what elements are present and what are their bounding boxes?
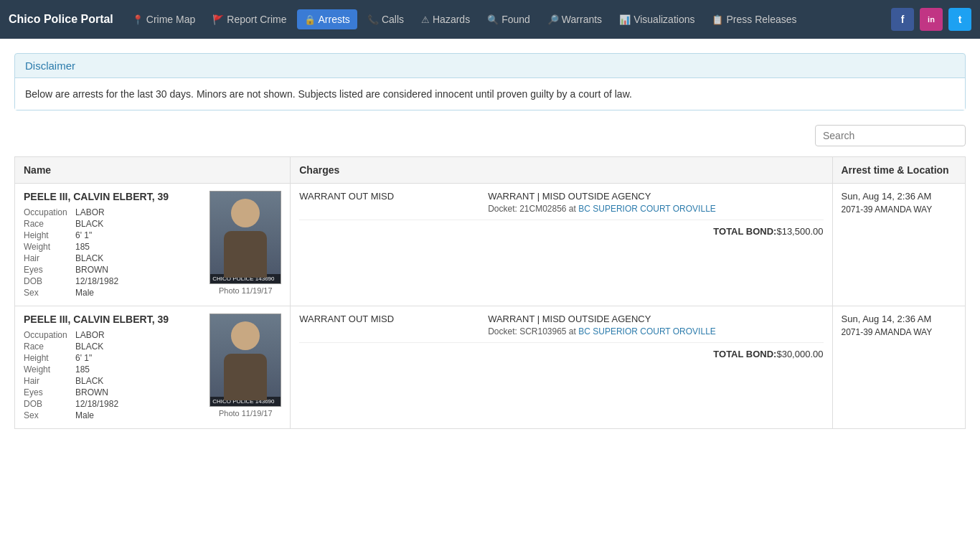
charges-cell: WARRANT OUT MISD WARRANT | MISD OUTSIDE … <box>291 306 832 429</box>
nav-warrants[interactable]: 🔎 Warrants <box>540 9 609 29</box>
weight-value: 185 <box>75 364 123 375</box>
table-row: PEELE III, CALVIN ELBERT, 39 OccupationL… <box>15 306 966 429</box>
height-value: 6' 1" <box>75 230 123 241</box>
hair-value: BLACK <box>75 375 123 387</box>
person-name: PEELE III, CALVIN ELBERT, 39 <box>24 314 202 325</box>
sex-label: Sex <box>24 410 75 421</box>
disclaimer-section: Disclaimer Below are arrests for the las… <box>14 53 966 110</box>
weight-label: Weight <box>24 364 75 375</box>
race-value: BLACK <box>75 341 123 352</box>
arrest-time: Sun, Aug 14, 2:36 AM <box>842 191 957 202</box>
dob-label: DOB <box>24 276 75 287</box>
dob-value: 12/18/1982 <box>75 276 123 287</box>
arrest-info: Sun, Aug 14, 2:36 AM 2071-39 AMANDA WAY <box>842 314 957 337</box>
charges-content: WARRANT OUT MISD WARRANT | MISD OUTSIDE … <box>299 314 823 359</box>
sex-value: Male <box>75 287 123 298</box>
eyes-value: BROWN <box>75 387 123 398</box>
eyes-value: BROWN <box>75 264 123 276</box>
nav-calls[interactable]: 📞 Calls <box>360 9 411 29</box>
hair-value: BLACK <box>75 253 123 264</box>
race-label: Race <box>24 218 75 230</box>
lock-icon: 🔒 <box>304 14 316 25</box>
court-link[interactable]: BC SUPERIOR COURT OROVILLE <box>578 326 716 336</box>
nav-hazards[interactable]: ⚠ Hazards <box>414 9 477 29</box>
charge-title: WARRANT | MISD OUTSIDE AGENCY <box>488 191 823 202</box>
nav-press-releases[interactable]: 📋 Press Releases <box>705 9 804 29</box>
col-header-name: Name <box>15 157 291 184</box>
race-value: BLACK <box>75 218 123 230</box>
disclaimer-header: Disclaimer <box>15 54 965 78</box>
occupation-label: Occupation <box>24 329 75 341</box>
total-bond-label: TOTAL BOND: <box>713 349 776 359</box>
name-cell: PEELE III, CALVIN ELBERT, 39 OccupationL… <box>15 184 291 306</box>
arrest-location: 2071-39 AMANDA WAY <box>842 204 957 215</box>
eyes-label: Eyes <box>24 264 75 276</box>
height-label: Height <box>24 230 75 241</box>
person-details: OccupationLABOR RaceBLACK Height6' 1" We… <box>24 329 202 421</box>
search-input[interactable] <box>815 125 966 146</box>
total-bond-value: $13,500.00 <box>776 226 823 237</box>
charge-type: WARRANT OUT MISD <box>299 191 488 214</box>
bond-row: TOTAL BOND:$30,000.00 <box>299 342 823 359</box>
arrest-info: Sun, Aug 14, 2:36 AM 2071-39 AMANDA WAY <box>842 191 957 215</box>
mugshot-image: CHICO POLICE 143690 <box>209 314 281 407</box>
occupation-value: LABOR <box>75 329 123 341</box>
nav-found[interactable]: 🔍 Found <box>480 9 537 29</box>
col-header-arrest: Arrest time & Location <box>832 157 966 184</box>
height-value: 6' 1" <box>75 352 123 364</box>
table-header-row: Name Charges Arrest time & Location <box>15 157 966 184</box>
mugshot-wrap: CHICO POLICE 143690 Photo 11/19/17 <box>209 314 281 418</box>
nav-visualizations[interactable]: 📊 Visualizations <box>612 9 702 29</box>
height-label: Height <box>24 352 75 364</box>
charge-title: WARRANT | MISD OUTSIDE AGENCY <box>488 314 823 324</box>
bond-row: TOTAL BOND:$13,500.00 <box>299 220 823 237</box>
twitter-link[interactable]: t <box>948 8 971 31</box>
name-cell: PEELE III, CALVIN ELBERT, 39 OccupationL… <box>15 306 291 429</box>
pin-icon: 📍 <box>132 14 143 25</box>
warning-icon: ⚠ <box>421 14 430 25</box>
col-header-charges: Charges <box>291 157 832 184</box>
photo-date: Photo 11/19/17 <box>209 409 281 418</box>
sex-value: Male <box>75 410 123 421</box>
charge-row: WARRANT OUT MISD WARRANT | MISD OUTSIDE … <box>299 191 823 214</box>
docket-info: Docket: SCR103965 at BC SUPERIOR COURT O… <box>488 326 823 336</box>
mugshot-caption: CHICO POLICE 143690 <box>210 397 281 406</box>
dob-label: DOB <box>24 398 75 410</box>
person-name: PEELE III, CALVIN ELBERT, 39 <box>24 191 202 202</box>
court-link[interactable]: BC SUPERIOR COURT OROVILLE <box>578 204 716 214</box>
occupation-value: LABOR <box>75 207 123 218</box>
charge-row: WARRANT OUT MISD WARRANT | MISD OUTSIDE … <box>299 314 823 336</box>
chart-icon: 📊 <box>619 14 631 25</box>
photo-date: Photo 11/19/17 <box>209 286 281 295</box>
race-label: Race <box>24 341 75 352</box>
instagram-link[interactable]: in <box>920 8 943 31</box>
hair-label: Hair <box>24 375 75 387</box>
facebook-link[interactable]: f <box>891 8 914 31</box>
weight-value: 185 <box>75 241 123 253</box>
person-cell: PEELE III, CALVIN ELBERT, 39 OccupationL… <box>24 314 281 421</box>
person-info: PEELE III, CALVIN ELBERT, 39 OccupationL… <box>24 191 202 298</box>
charges-cell: WARRANT OUT MISD WARRANT | MISD OUTSIDE … <box>291 184 832 306</box>
navbar: Chico Police Portal 📍 Crime Map 🚩 Report… <box>0 0 980 39</box>
total-bond-label: TOTAL BOND: <box>713 226 776 237</box>
mugshot-caption: CHICO POLICE 143690 <box>210 274 281 283</box>
arrest-cell: Sun, Aug 14, 2:36 AM 2071-39 AMANDA WAY <box>832 184 966 306</box>
total-bond-value: $30,000.00 <box>776 349 823 359</box>
disclaimer-body: Below are arrests for the last 30 days. … <box>15 78 965 110</box>
main-content: Disclaimer Below are arrests for the las… <box>0 39 980 443</box>
mugshot-image: CHICO POLICE 143690 <box>209 191 281 284</box>
eyes-label: Eyes <box>24 387 75 398</box>
nav-crime-map[interactable]: 📍 Crime Map <box>125 9 202 29</box>
table-row: PEELE III, CALVIN ELBERT, 39 OccupationL… <box>15 184 966 306</box>
phone-icon: 📞 <box>367 14 379 25</box>
charge-detail: WARRANT | MISD OUTSIDE AGENCY Docket: SC… <box>488 314 823 336</box>
person-details: OccupationLABOR RaceBLACK Height6' 1" We… <box>24 207 202 298</box>
nav-report-crime[interactable]: 🚩 Report Crime <box>205 9 293 29</box>
charges-content: WARRANT OUT MISD WARRANT | MISD OUTSIDE … <box>299 191 823 237</box>
hair-label: Hair <box>24 253 75 264</box>
charge-type: WARRANT OUT MISD <box>299 314 488 336</box>
person-info: PEELE III, CALVIN ELBERT, 39 OccupationL… <box>24 314 202 421</box>
mugshot-wrap: CHICO POLICE 143690 Photo 11/19/17 <box>209 191 281 295</box>
nav-arrests[interactable]: 🔒 Arrests <box>297 9 357 29</box>
doc-icon: 📋 <box>712 14 723 25</box>
